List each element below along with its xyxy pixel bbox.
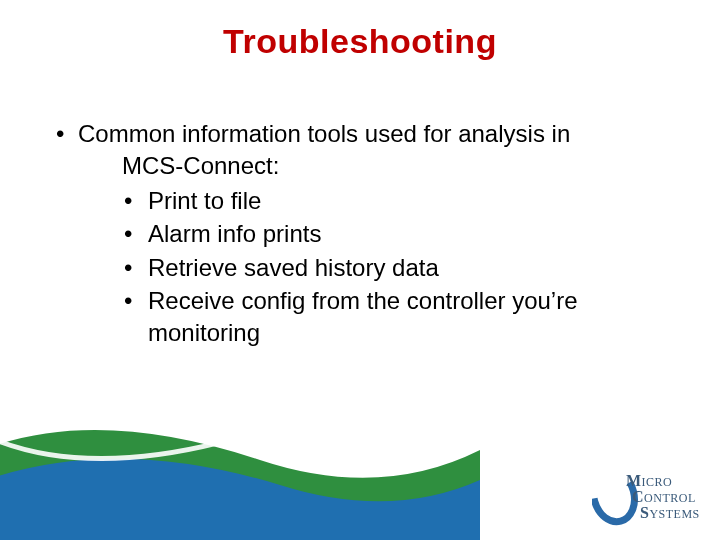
- slide-title: Troubleshooting: [0, 22, 720, 61]
- slide-body: Common information tools used for analys…: [48, 118, 678, 351]
- bullet-main: Common information tools used for analys…: [48, 118, 678, 183]
- svg-text:SYSTEMS: SYSTEMS: [640, 504, 700, 521]
- sub-bullet-3: Retrieve saved history data: [120, 252, 678, 284]
- sub-bullet-2: Alarm info prints: [120, 218, 678, 250]
- mcs-logo: MICRO CONTROL SYSTEMS: [592, 466, 702, 526]
- sub-bullet-4: Receive config from the controller you’r…: [120, 285, 678, 350]
- svg-text:CONTROL: CONTROL: [632, 488, 696, 505]
- decorative-swoosh: [0, 390, 480, 540]
- bullet-main-line1: Common information tools used for analys…: [78, 120, 570, 147]
- sub-bullet-list: Print to file Alarm info prints Retrieve…: [48, 185, 678, 350]
- sub-bullet-1: Print to file: [120, 185, 678, 217]
- svg-text:MICRO: MICRO: [626, 472, 672, 489]
- bullet-main-line2: MCS-Connect:: [78, 150, 678, 182]
